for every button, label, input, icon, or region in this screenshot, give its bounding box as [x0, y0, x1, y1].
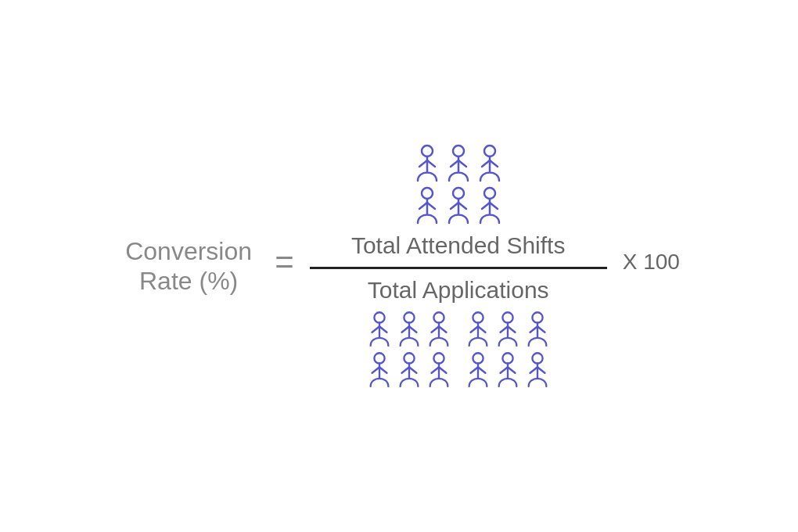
svg-line-62: [470, 367, 477, 373]
svg-line-2: [419, 160, 427, 167]
multiplier: X 100: [623, 250, 680, 282]
svg-line-22: [482, 203, 490, 209]
person-icon: [413, 185, 441, 226]
svg-point-52: [404, 353, 414, 363]
bottom-row-1: [366, 310, 551, 349]
person-icon: [444, 185, 473, 226]
numerator-label: Total Attended Shifts: [351, 232, 566, 259]
svg-line-58: [431, 367, 438, 373]
person-icon: [396, 350, 422, 390]
person-icon: [494, 310, 521, 349]
bottom-row-2: [366, 350, 551, 390]
top-row-2: [413, 185, 504, 226]
top-row-1: [413, 143, 504, 184]
svg-point-36: [473, 312, 483, 322]
svg-line-59: [439, 367, 446, 373]
svg-line-39: [478, 326, 485, 332]
denominator: Total Applications: [366, 269, 551, 390]
svg-line-42: [500, 326, 507, 332]
bottom-row-2a: [366, 350, 452, 390]
svg-line-51: [379, 367, 386, 373]
svg-line-54: [401, 367, 408, 373]
svg-point-20: [484, 188, 495, 199]
svg-point-8: [484, 146, 495, 156]
svg-line-14: [419, 203, 427, 209]
svg-point-12: [422, 188, 433, 199]
person-icon: [444, 143, 473, 184]
svg-line-47: [537, 326, 545, 332]
svg-line-38: [470, 326, 477, 332]
svg-line-26: [372, 326, 379, 332]
svg-point-4: [453, 146, 464, 156]
svg-line-34: [431, 326, 438, 332]
person-icon: [413, 143, 441, 184]
label-line2: Rate (%): [139, 267, 238, 295]
conversion-rate-label: Conversion Rate (%): [125, 236, 252, 297]
top-people-group: [413, 143, 504, 226]
bottom-people-group: [366, 310, 551, 390]
bottom-row-1a: [366, 310, 452, 349]
denominator-label: Total Applications: [368, 277, 549, 304]
numerator: Total Attended Shifts: [351, 143, 566, 267]
label-line1: Conversion: [125, 237, 252, 265]
equals-sign: =: [275, 243, 294, 289]
svg-point-56: [433, 353, 444, 363]
svg-line-7: [458, 160, 466, 167]
person-icon: [426, 310, 452, 349]
svg-point-24: [374, 312, 384, 322]
svg-line-66: [500, 367, 507, 373]
svg-point-28: [404, 312, 414, 322]
svg-line-23: [490, 203, 498, 209]
svg-line-19: [458, 203, 466, 209]
person-icon: [476, 185, 504, 226]
svg-point-16: [453, 188, 464, 199]
person-icon: [426, 350, 452, 390]
svg-point-40: [502, 312, 512, 322]
svg-line-71: [537, 367, 545, 373]
svg-point-48: [374, 353, 384, 363]
svg-line-10: [482, 160, 490, 167]
svg-line-35: [439, 326, 446, 332]
bottom-row-1b: [465, 310, 551, 349]
person-icon: [465, 350, 491, 390]
svg-line-18: [451, 203, 458, 209]
svg-line-11: [490, 160, 498, 167]
person-icon: [366, 310, 393, 349]
svg-line-31: [409, 326, 416, 332]
person-icon: [524, 310, 551, 349]
bottom-row-2b: [465, 350, 551, 390]
svg-point-44: [532, 312, 542, 322]
svg-line-43: [508, 326, 515, 332]
svg-line-55: [409, 367, 416, 373]
svg-line-3: [427, 160, 435, 167]
person-icon: [465, 310, 491, 349]
svg-line-15: [427, 203, 435, 209]
formula-label: Conversion Rate (%): [118, 236, 259, 297]
fraction: Total Attended Shifts Total Applications: [310, 143, 607, 390]
svg-line-67: [508, 367, 515, 373]
svg-point-60: [473, 353, 483, 363]
svg-point-0: [422, 146, 433, 156]
svg-point-64: [502, 353, 512, 363]
svg-line-6: [451, 160, 458, 167]
svg-line-50: [372, 367, 379, 373]
person-icon: [494, 350, 521, 390]
svg-line-63: [478, 367, 485, 373]
person-icon: [524, 350, 551, 390]
person-icon: [396, 310, 422, 349]
svg-line-70: [530, 367, 537, 373]
svg-point-32: [433, 312, 444, 322]
person-icon: [476, 143, 504, 184]
person-icon: [366, 350, 393, 390]
svg-line-30: [401, 326, 408, 332]
svg-line-46: [530, 326, 537, 332]
svg-point-68: [532, 353, 542, 363]
svg-line-27: [379, 326, 386, 332]
